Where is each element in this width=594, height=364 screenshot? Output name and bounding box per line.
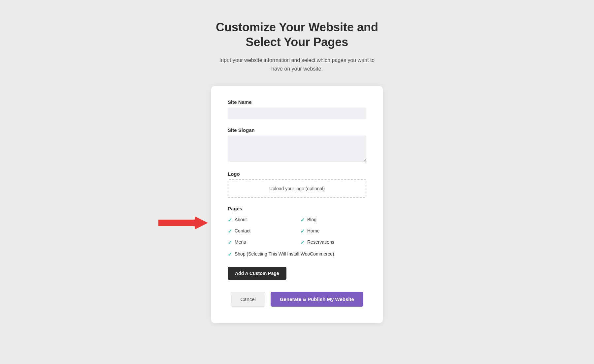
page-label-shop: Shop (Selecting This Will Install WooCom… [235, 251, 334, 258]
check-icon-contact: ✓ [228, 228, 232, 234]
footer-buttons: Cancel Generate & Publish My Website [228, 292, 366, 307]
page-item-shop[interactable]: ✓ Shop (Selecting This Will Install WooC… [228, 251, 366, 258]
check-icon-reservations: ✓ [300, 239, 305, 246]
page-label-menu: Menu [235, 239, 246, 246]
annotation-arrow [158, 215, 208, 231]
svg-marker-0 [158, 216, 208, 229]
cancel-button[interactable]: Cancel [231, 292, 265, 307]
pages-section: Pages ✓ About ✓ Blog ✓ Contact ✓ Home [228, 206, 366, 258]
site-name-label: Site Name [228, 99, 366, 105]
logo-label: Logo [228, 171, 366, 177]
page-subtitle: Input your website information and selec… [218, 56, 376, 73]
page-title: Customize Your Website and Select Your P… [216, 20, 378, 49]
logo-field-group: Logo Upload your logo (optional) [228, 171, 366, 198]
page-item-contact[interactable]: ✓ Contact [228, 228, 294, 234]
pages-label: Pages [228, 206, 366, 211]
generate-publish-button[interactable]: Generate & Publish My Website [271, 292, 363, 307]
site-name-field-group: Site Name [228, 99, 366, 119]
check-icon-blog: ✓ [300, 217, 305, 223]
page-item-reservations[interactable]: ✓ Reservations [300, 239, 366, 246]
page-label-about: About [235, 217, 247, 223]
logo-upload-button[interactable]: Upload your logo (optional) [228, 179, 366, 198]
page-item-about[interactable]: ✓ About [228, 217, 294, 223]
page-label-blog: Blog [307, 217, 316, 223]
page-item-menu[interactable]: ✓ Menu [228, 239, 294, 246]
page-item-home[interactable]: ✓ Home [300, 228, 366, 234]
check-icon-about: ✓ [228, 217, 232, 223]
pages-grid: ✓ About ✓ Blog ✓ Contact ✓ Home ✓ Menu [228, 217, 366, 246]
site-name-input[interactable] [228, 107, 366, 119]
add-custom-page-button[interactable]: Add A Custom Page [228, 267, 286, 280]
page-label-home: Home [307, 228, 319, 234]
check-icon-home: ✓ [300, 228, 305, 234]
site-slogan-label: Site Slogan [228, 127, 366, 133]
page-label-reservations: Reservations [307, 239, 334, 246]
check-icon-shop: ✓ [228, 251, 232, 258]
site-slogan-field-group: Site Slogan [228, 127, 366, 163]
page-label-contact: Contact [235, 228, 250, 234]
site-slogan-input[interactable] [228, 136, 366, 162]
page-item-blog[interactable]: ✓ Blog [300, 217, 366, 223]
main-card: Site Name Site Slogan Logo Upload your l… [211, 86, 383, 323]
check-icon-menu: ✓ [228, 239, 232, 246]
